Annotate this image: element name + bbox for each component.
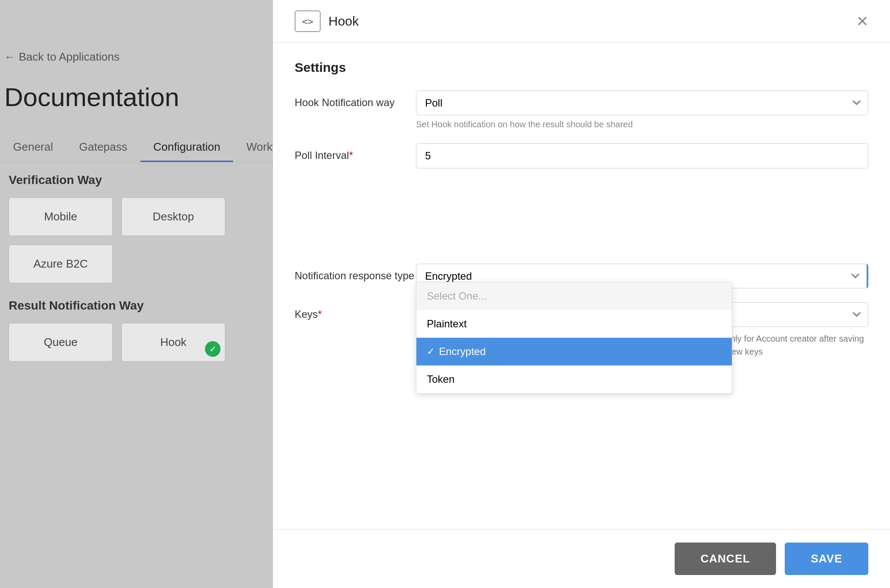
modal-body: Settings Hook Notification way Poll Set … [273, 43, 890, 529]
poll-interval-label: Poll Interval* [295, 143, 416, 162]
back-link[interactable]: ← Back to Applications [4, 50, 120, 64]
verification-section: Verification Way Mobile Desktop Azure B2… [9, 173, 264, 292]
dropdown-option-encrypted[interactable]: ✓ Encrypted [416, 338, 732, 365]
modal-header: <> Hook ✕ [273, 0, 890, 43]
keys-label: Keys* [295, 302, 416, 320]
hook-notification-row: Hook Notification way Poll Set Hook noti… [295, 90, 868, 129]
modal-footer: CANCEL SAVE [273, 529, 890, 588]
result-notification-section: Result Notification Way Queue Hook ✓ [9, 299, 264, 362]
hook-notification-hint: Set Hook notification on how the result … [416, 120, 868, 129]
dropdown-option-placeholder[interactable]: Select One... [416, 282, 732, 310]
verification-row2: Azure B2C [9, 245, 264, 283]
close-button[interactable]: ✕ [856, 14, 868, 29]
verification-section-title: Verification Way [9, 173, 264, 187]
result-hook-btn[interactable]: Hook ✓ [121, 323, 225, 362]
code-icon: <> [295, 10, 321, 32]
tab-general[interactable]: General [0, 133, 66, 162]
tab-configuration[interactable]: Configuration [140, 133, 234, 162]
dropdown-option-plaintext[interactable]: Plaintext [416, 310, 732, 338]
settings-heading: Settings [295, 60, 868, 75]
hook-notification-select[interactable]: Poll [416, 90, 868, 115]
poll-interval-input[interactable] [416, 143, 868, 168]
verification-mobile-btn[interactable]: Mobile [9, 197, 113, 236]
hook-notification-label: Hook Notification way [295, 90, 416, 109]
hook-notification-control: Poll Set Hook notification on how the re… [416, 90, 868, 129]
verification-desktop-btn[interactable]: Desktop [121, 197, 225, 236]
notification-response-dropdown: Select One... Plaintext ✓ Encrypted Toke… [416, 282, 732, 394]
modal-header-left: <> Hook [295, 10, 359, 32]
checkmark-icon: ✓ [427, 346, 435, 357]
page-title: Documentation [4, 82, 179, 112]
poll-interval-control: Select One... Plaintext ✓ Encrypted Toke… [416, 143, 868, 168]
result-buttons-row: Queue Hook ✓ [9, 323, 264, 362]
notification-response-label: Notification response type [295, 264, 416, 282]
tab-gatepass[interactable]: Gatepass [66, 133, 140, 162]
result-queue-btn[interactable]: Queue [9, 323, 113, 362]
modal-title: Hook [328, 14, 359, 29]
verification-buttons-row: Mobile Desktop [9, 197, 264, 236]
dropdown-option-token[interactable]: Token [416, 365, 732, 393]
background-panel: ← Back to Applications Documentation Gen… [0, 0, 273, 588]
result-section-title: Result Notification Way [9, 299, 264, 313]
hook-selected-badge: ✓ [205, 341, 221, 357]
modal-panel: <> Hook ✕ Settings Hook Notification way… [273, 0, 890, 588]
nav-tabs: General Gatepass Configuration Workflo..… [0, 133, 273, 162]
cancel-button[interactable]: CANCEL [675, 543, 776, 575]
verification-azure-btn[interactable]: Azure B2C [9, 245, 113, 283]
poll-interval-row: Poll Interval* Select One... Plaintext ✓… [295, 143, 868, 168]
save-button[interactable]: SAVE [785, 543, 868, 575]
